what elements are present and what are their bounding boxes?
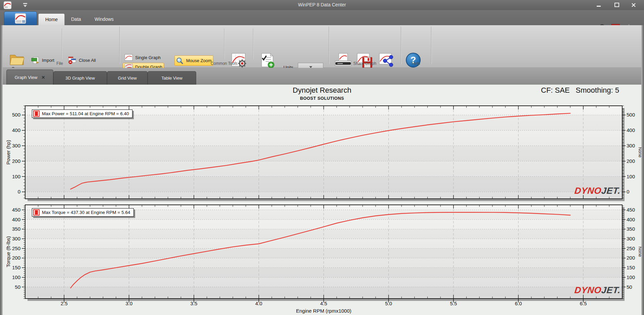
tab-grid-view-label: Grid View <box>118 76 137 81</box>
svg-text:5.0: 5.0 <box>385 301 392 306</box>
window-title: WinPEP 8 Data Center <box>0 2 644 7</box>
single-graph-label: Single Graph <box>135 55 161 60</box>
ribbon: Open Import Export Close All Close Selec… <box>0 25 644 68</box>
winpep-logo-icon <box>12 13 29 24</box>
ribbon-tab-data[interactable]: Data <box>64 13 88 25</box>
correction-factor-readout: CF: SAE Smoothing: 5 <box>541 86 619 95</box>
svg-text:200: 200 <box>12 255 20 261</box>
close-button[interactable] <box>628 2 639 8</box>
svg-text:Torque (ft-lbs): Torque (ft-lbs) <box>5 236 11 267</box>
svg-text:400: 400 <box>12 127 20 133</box>
window-left-border <box>0 25 3 315</box>
svg-text:0: 0 <box>18 189 20 194</box>
torque-series-swatch <box>33 209 40 216</box>
printer-icon <box>335 53 352 69</box>
svg-text:100: 100 <box>627 174 635 179</box>
svg-text:200: 200 <box>12 158 20 164</box>
svg-text:300: 300 <box>12 236 20 241</box>
svg-text:50: 50 <box>15 284 20 290</box>
share-graph-group-label: Share Graph <box>329 61 401 66</box>
tab-table-view-label: Table View <box>161 76 182 81</box>
tab-graph-view[interactable]: Graph View ✕ <box>6 70 53 85</box>
power-legend-text: Max Power = 511.04 at Engine RPM = 6.40 <box>42 111 129 116</box>
svg-text:300: 300 <box>627 236 635 241</box>
svg-text:200: 200 <box>627 255 635 261</box>
view-tab-strip: Graph View ✕ 3D Graph View Grid View Tab… <box>0 68 644 85</box>
graph-options-icon <box>231 53 248 69</box>
group-divider <box>329 27 329 64</box>
graph-subtitle: BOOST SOLUTIONS <box>0 96 644 101</box>
ribbon-tab-row: Home Data Windows <box>0 10 644 25</box>
dynojet-watermark: DYNOJET. <box>574 285 621 296</box>
svg-text:350: 350 <box>627 226 635 232</box>
common-internal-divider-2 <box>253 29 253 59</box>
svg-text:150: 150 <box>12 265 20 270</box>
common-tools-group-label: Common Tools <box>119 61 329 66</box>
dynojet-watermark-dark: JET. <box>601 285 621 295</box>
svg-text:400: 400 <box>627 217 635 222</box>
svg-text:350: 350 <box>12 226 20 232</box>
minimize-button[interactable] <box>593 2 604 8</box>
svg-text:3.5: 3.5 <box>191 301 198 306</box>
svg-text:500: 500 <box>12 112 20 118</box>
group-divider <box>401 27 401 64</box>
svg-text:100: 100 <box>12 174 20 179</box>
window-right-border <box>641 25 644 315</box>
tab-3d-graph-view[interactable]: 3D Graph View <box>53 71 107 85</box>
tab-3d-graph-view-label: 3D Graph View <box>65 76 95 81</box>
dynojet-watermark: DYNOJET. <box>574 186 621 196</box>
power-legend[interactable]: Max Power = 511.04 at Engine RPM = 6.40 <box>32 109 132 118</box>
application-menu-button[interactable] <box>4 11 37 25</box>
svg-text:150: 150 <box>627 265 635 270</box>
title-bar: WinPEP 8 Data Center <box>0 0 644 10</box>
common-internal-divider <box>224 29 224 59</box>
svg-text:2.5: 2.5 <box>61 301 68 306</box>
svg-text:450: 450 <box>627 207 635 213</box>
smoothing-label: Smoothing: 5 <box>576 86 619 95</box>
tab-grid-view[interactable]: Grid View <box>107 71 148 85</box>
power-series-swatch <box>33 110 40 117</box>
svg-text:Power (hp): Power (hp) <box>5 140 11 165</box>
svg-text:6.0: 6.0 <box>515 301 522 306</box>
svg-text:4.5: 4.5 <box>320 301 327 306</box>
file-group-label: File <box>0 61 119 66</box>
svg-text:500: 500 <box>627 112 635 118</box>
svg-text:400: 400 <box>627 127 635 133</box>
svg-text:400: 400 <box>12 217 20 222</box>
cf-label: CF: SAE <box>541 86 570 95</box>
svg-text:Engine RPM (rpmx1000): Engine RPM (rpmx1000) <box>296 308 351 314</box>
svg-text:250: 250 <box>627 245 635 251</box>
group-divider <box>119 27 120 64</box>
single-graph-button[interactable]: Single Graph <box>123 53 162 61</box>
svg-text:6.5: 6.5 <box>580 301 587 306</box>
torque-legend-text: Max Torque = 437.30 at Engine RPM = 5.64 <box>42 210 130 215</box>
group-divider <box>431 27 431 64</box>
svg-text:50: 50 <box>627 284 632 290</box>
ribbon-tab-windows[interactable]: Windows <box>88 13 120 25</box>
file-internal-divider <box>62 29 62 59</box>
svg-text:300: 300 <box>12 143 20 148</box>
torque-chart-canvas[interactable]: 5050100100150150200200250250300300350350… <box>0 201 644 315</box>
close-tab-icon[interactable]: ✕ <box>41 75 45 80</box>
svg-text:300: 300 <box>627 143 635 148</box>
svg-text:200: 200 <box>627 158 635 164</box>
save-floppy-icon <box>357 53 373 69</box>
dynojet-watermark-red: DYNO <box>574 285 602 295</box>
tab-table-view[interactable]: Table View <box>148 71 196 85</box>
torque-legend[interactable]: Max Torque = 437.30 at Engine RPM = 5.64 <box>32 208 134 217</box>
svg-text:100: 100 <box>12 274 20 280</box>
custom-channels-icon <box>259 53 276 69</box>
dynojet-watermark-red: DYNO <box>574 186 602 196</box>
svg-text:100: 100 <box>627 274 635 280</box>
tab-graph-view-label: Graph View <box>15 75 38 80</box>
svg-text:0: 0 <box>627 189 629 194</box>
svg-text:3.0: 3.0 <box>125 301 132 306</box>
svg-text:4.0: 4.0 <box>255 301 262 306</box>
dynojet-watermark-dark: JET. <box>601 186 621 196</box>
svg-text:450: 450 <box>12 207 20 213</box>
ribbon-tab-home[interactable]: Home <box>38 13 65 25</box>
help-group-label: Help <box>401 61 431 66</box>
svg-text:250: 250 <box>12 245 20 251</box>
svg-text:5.5: 5.5 <box>450 301 457 306</box>
maximize-button[interactable] <box>611 2 623 8</box>
